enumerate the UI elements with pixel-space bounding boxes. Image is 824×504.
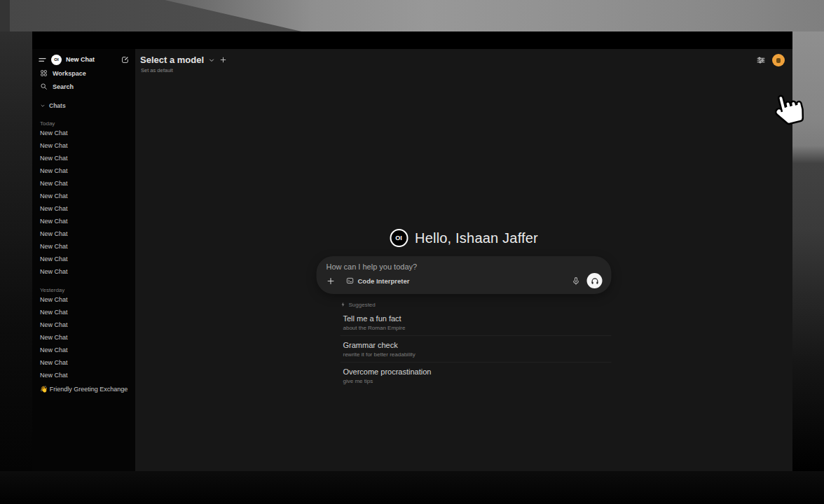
app-logo-icon: OI [390, 229, 408, 247]
suggestion-item[interactable]: Grammar checkrewrite it for better reada… [341, 336, 612, 363]
chat-list-item[interactable]: New Chat [38, 240, 130, 253]
chat-list-item[interactable]: New Chat [38, 164, 130, 177]
message-composer[interactable]: Code Interpreter [317, 256, 612, 294]
greeting-row: OI Hello, Ishaan Jaffer [317, 229, 612, 247]
add-model-plus-icon[interactable] [219, 56, 227, 64]
code-interpreter-label: Code Interpreter [358, 277, 410, 285]
composer-actions: Code Interpreter [327, 273, 603, 288]
sidebar-chats-section-toggle[interactable]: Chats [38, 100, 130, 111]
chat-list-item[interactable]: New Chat [38, 202, 130, 215]
chat-list-item[interactable]: New Chat [38, 227, 130, 240]
sidebar-item-label: Search [53, 83, 74, 90]
chat-list-item[interactable]: New Chat [38, 253, 130, 265]
suggested-label: Suggested [349, 302, 376, 308]
chat-groups: TodayNew ChatNew ChatNew ChatNew ChatNew… [38, 115, 130, 382]
desktop-wallpaper-right [792, 31, 824, 471]
chat-list-item-named[interactable]: 👋 Friendly Greeting Exchange [38, 383, 130, 396]
chat-list-item[interactable]: New Chat [38, 293, 130, 306]
suggested-section: Suggested Tell me a fun factabout the Ro… [317, 300, 612, 388]
desktop-wallpaper-edge [0, 0, 10, 31]
suggestion-item[interactable]: Overcome procrastinationgive me tips [341, 363, 612, 388]
suggestion-title: Grammar check [343, 341, 612, 350]
desktop-wallpaper-bottom [0, 471, 824, 504]
suggestion-subtitle: about the Roman Empire [343, 325, 612, 331]
set-as-default-link[interactable]: Set as default [141, 67, 173, 74]
header-controls [756, 54, 785, 66]
code-interpreter-icon [346, 276, 355, 285]
chat-list-item[interactable]: New Chat [38, 152, 130, 164]
chevron-down-icon [40, 103, 46, 108]
chat-list-item[interactable]: New Chat [38, 215, 130, 227]
chat-list-item[interactable]: New Chat [38, 127, 130, 139]
model-selector-label: Select a model [140, 55, 204, 65]
sidebar-header: OI New Chat [38, 52, 130, 66]
voice-call-button[interactable] [587, 273, 603, 288]
chat-list-item[interactable]: New Chat [38, 318, 130, 331]
chat-list-item[interactable]: New Chat [38, 139, 130, 152]
greeting-text: Hello, Ishaan Jaffer [415, 230, 538, 246]
chat-group-label: Yesterday [38, 282, 130, 293]
chat-group-label: Today [38, 115, 130, 127]
code-interpreter-button[interactable]: Code Interpreter [346, 276, 410, 285]
chat-list-item[interactable]: New Chat [38, 344, 130, 356]
avatar-glyph [776, 58, 781, 63]
sidebar-item-search[interactable]: Search [38, 80, 130, 93]
app-window: OI New Chat Workspace [32, 31, 792, 471]
headphones-icon [590, 276, 599, 286]
chat-list-item[interactable]: New Chat [38, 177, 130, 190]
suggestion-title: Overcome procrastination [343, 368, 612, 377]
attach-plus-icon[interactable] [327, 276, 336, 286]
chat-list-item[interactable]: New Chat [38, 356, 130, 369]
new-chat-icon[interactable] [121, 55, 130, 64]
suggested-list: Tell me a fun factabout the Roman Empire… [341, 309, 612, 388]
chat-list-item[interactable]: New Chat [38, 331, 130, 344]
message-input[interactable] [327, 262, 603, 271]
sidebar-item-label: Workspace [53, 70, 86, 77]
chats-section-label: Chats [49, 102, 66, 109]
desktop-wallpaper-left [0, 31, 32, 471]
model-selector[interactable]: Select a model [140, 55, 227, 65]
bolt-icon [341, 302, 346, 307]
main-area: Select a model Set as default [135, 49, 792, 471]
settings-sliders-icon[interactable] [756, 55, 766, 65]
chevron-down-icon [208, 57, 215, 64]
sidebar-toggle-icon[interactable] [38, 55, 47, 64]
suggested-header: Suggested [341, 300, 612, 309]
suggestion-title: Tell me a fun fact [343, 314, 612, 323]
search-icon [40, 83, 48, 90]
welcome-block: OI Hello, Ishaan Jaffer [317, 229, 612, 388]
chat-list-item[interactable]: New Chat [38, 369, 130, 382]
sidebar-title: New Chat [66, 56, 116, 63]
suggestion-subtitle: rewrite it for better readability [343, 351, 612, 358]
suggestion-item[interactable]: Tell me a fun factabout the Roman Empire [341, 309, 612, 336]
microphone-icon[interactable] [572, 276, 581, 286]
app-logo-icon: OI [51, 55, 62, 65]
chat-list-item[interactable]: New Chat [38, 306, 130, 318]
suggestion-subtitle: give me tips [343, 378, 612, 384]
sidebar: OI New Chat Workspace [32, 49, 135, 471]
sidebar-item-workspace[interactable]: Workspace [38, 66, 130, 80]
window-titlebar [32, 31, 792, 49]
chat-list-item[interactable]: New Chat [38, 190, 130, 202]
user-avatar[interactable] [772, 54, 785, 66]
chat-list-item[interactable]: New Chat [38, 265, 130, 278]
workspace-grid-icon [40, 69, 48, 77]
screen: OI New Chat Workspace [0, 0, 824, 504]
